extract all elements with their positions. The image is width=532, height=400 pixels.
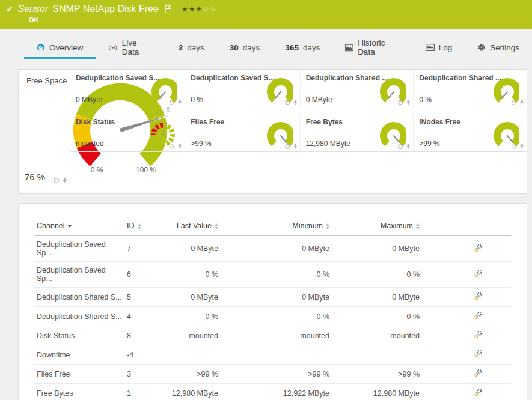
ok-check-icon: ✓ xyxy=(6,4,14,14)
tab-30-days-unit: days xyxy=(243,43,260,52)
col-header-last-value[interactable]: Last Value xyxy=(161,218,221,236)
cell-max: mounted xyxy=(332,326,422,345)
tile-dedup-shared-space[interactable]: Deduplication Shared ... 0 MByte xyxy=(301,70,414,108)
channel-settings-icon[interactable] xyxy=(474,350,483,358)
gauge-icon xyxy=(37,43,45,52)
tile-value: mounted xyxy=(76,139,104,148)
gauge-settings-gear-icon[interactable] xyxy=(169,100,175,106)
tab-2-days[interactable]: 2 days xyxy=(166,36,217,59)
table-row[interactable]: Deduplication Saved Sp... 6 0 % 0 % 0 % xyxy=(34,262,511,288)
tab-365-days-num: 365 xyxy=(285,43,299,52)
tab-30-days-num: 30 xyxy=(230,43,239,52)
col-header-id[interactable]: ID xyxy=(124,218,161,236)
tab-historic-data[interactable]: Historic Data xyxy=(332,36,412,59)
channel-settings-icon[interactable] xyxy=(474,311,483,320)
cell-last: 0 % xyxy=(161,262,221,288)
pin-icon[interactable] xyxy=(519,100,524,106)
table-header-row: Channel ID Last Value Minimum Maximum xyxy=(34,218,511,236)
channel-settings-icon[interactable] xyxy=(474,244,483,252)
tile-dedup-saved-percent[interactable]: Deduplication Saved S... 0 % xyxy=(185,70,300,108)
gauge-settings-gear-icon[interactable] xyxy=(284,100,290,106)
cell-last: 12,980 MByte xyxy=(161,384,221,400)
channel-settings-icon[interactable] xyxy=(474,330,483,339)
cell-max: >99 % xyxy=(332,365,422,384)
gauge-settings-gear-icon[interactable] xyxy=(397,100,403,106)
sensor-header: ✓ Sensor SNMP NetApp Disk Free ★★★☆☆ OK xyxy=(0,0,532,29)
cell-channel[interactable]: Deduplication Saved Sp... xyxy=(34,236,124,262)
cell-channel[interactable]: Files Free xyxy=(34,365,124,384)
pin-icon[interactable] xyxy=(293,144,298,150)
gauge-settings-gear-icon[interactable] xyxy=(53,177,60,184)
cell-channel[interactable]: Deduplication Saved Sp... xyxy=(34,262,124,288)
table-row[interactable]: Downtime -4 xyxy=(34,345,511,365)
tab-live-data-label: Live Data xyxy=(122,38,153,56)
channel-settings-icon[interactable] xyxy=(474,270,483,278)
priority-stars[interactable]: ★★★☆☆ xyxy=(182,5,217,13)
priority-flag-icon[interactable] xyxy=(164,5,171,13)
tile-value: 0 % xyxy=(191,95,203,104)
cell-channel[interactable]: Free Bytes xyxy=(34,384,124,400)
gauge-settings-gear-icon[interactable] xyxy=(397,144,403,150)
cell-max: 0 % xyxy=(332,262,422,288)
overview-panel: Free Space x̄ 0 % 100 % 76 % Deduplicati… xyxy=(18,69,527,194)
tab-settings-label: Settings xyxy=(490,43,519,52)
channel-table: Channel ID Last Value Minimum Maximum De… xyxy=(34,218,511,400)
sort-icon xyxy=(138,223,141,229)
pin-icon[interactable] xyxy=(406,100,411,106)
table-row[interactable]: Free Bytes 1 12,980 MByte 12,922 MByte 1… xyxy=(34,384,511,400)
channel-settings-icon[interactable] xyxy=(474,292,483,300)
tab-live-data[interactable]: Live Data xyxy=(96,36,166,59)
channel-settings-icon[interactable] xyxy=(474,388,483,396)
col-header-channel-label: Channel xyxy=(37,222,65,230)
col-header-minimum[interactable]: Minimum xyxy=(221,218,332,236)
gauge-settings-gear-icon[interactable] xyxy=(169,144,175,150)
cell-channel[interactable]: Disk Status xyxy=(34,326,124,345)
tile-value: >99 % xyxy=(419,139,439,148)
pin-icon[interactable] xyxy=(293,100,298,106)
cell-id: -4 xyxy=(124,345,161,365)
cell-last: >99 % xyxy=(161,365,221,384)
tile-free-bytes[interactable]: Free Bytes 12,980 MByte xyxy=(301,114,414,152)
tile-files-free[interactable]: Files Free >99 % xyxy=(185,114,300,152)
cell-min xyxy=(221,345,332,365)
tile-disk-status[interactable]: Disk Status mounted xyxy=(70,114,185,152)
gauge-settings-gear-icon[interactable] xyxy=(511,144,517,150)
log-icon xyxy=(426,44,435,51)
tile-value: >99 % xyxy=(191,139,211,148)
col-header-channel[interactable]: Channel xyxy=(34,218,124,236)
tab-settings[interactable]: Settings xyxy=(465,36,532,59)
cell-id: 3 xyxy=(124,365,161,384)
gauge-settings-gear-icon[interactable] xyxy=(511,100,517,106)
tile-value: 0 MByte xyxy=(76,95,102,104)
cell-channel[interactable]: Downtime xyxy=(34,345,124,365)
tile-dedup-saved-space[interactable]: Deduplication Saved S... 0 MByte xyxy=(70,70,185,108)
cell-channel[interactable]: Deduplication Shared S... xyxy=(34,288,124,307)
table-row[interactable]: Deduplication Shared S... 5 0 MByte 0 MB… xyxy=(34,288,511,307)
channel-settings-icon[interactable] xyxy=(474,369,483,377)
table-row[interactable]: Deduplication Saved Sp... 7 0 MByte 0 MB… xyxy=(34,236,511,262)
pin-icon[interactable] xyxy=(62,177,67,184)
cell-last xyxy=(161,345,221,365)
table-row[interactable]: Disk Status 8 mounted mounted mounted xyxy=(34,326,511,345)
tab-log[interactable]: Log xyxy=(413,36,465,59)
pin-icon[interactable] xyxy=(406,144,411,150)
cell-min: 0 % xyxy=(221,262,332,288)
tile-dedup-shared-percent[interactable]: Deduplication Shared ... 0 % xyxy=(414,70,527,108)
tab-2-days-unit: days xyxy=(187,43,204,52)
table-row[interactable]: Deduplication Shared S... 4 0 % 0 % 0 % xyxy=(34,307,511,326)
gauge-settings-gear-icon[interactable] xyxy=(284,144,290,150)
table-row[interactable]: Files Free 3 >99 % >99 % >99 % xyxy=(34,365,511,384)
cell-max: 12,980 MByte xyxy=(332,384,422,400)
pin-icon[interactable] xyxy=(177,100,182,106)
pin-icon[interactable] xyxy=(519,144,524,150)
col-header-id-label: ID xyxy=(127,222,135,230)
cell-channel[interactable]: Deduplication Shared S... xyxy=(34,307,124,326)
free-space-value: 76 % xyxy=(25,172,45,182)
tile-inodes-free[interactable]: INodes Free >99 % xyxy=(414,114,527,152)
pin-icon[interactable] xyxy=(177,144,182,150)
tab-365-days[interactable]: 365 days xyxy=(272,36,332,59)
tab-30-days[interactable]: 30 days xyxy=(217,36,273,59)
tab-overview[interactable]: Overview xyxy=(24,36,96,59)
col-header-maximum[interactable]: Maximum xyxy=(332,218,422,236)
tile-value: 12,980 MByte xyxy=(306,139,350,148)
